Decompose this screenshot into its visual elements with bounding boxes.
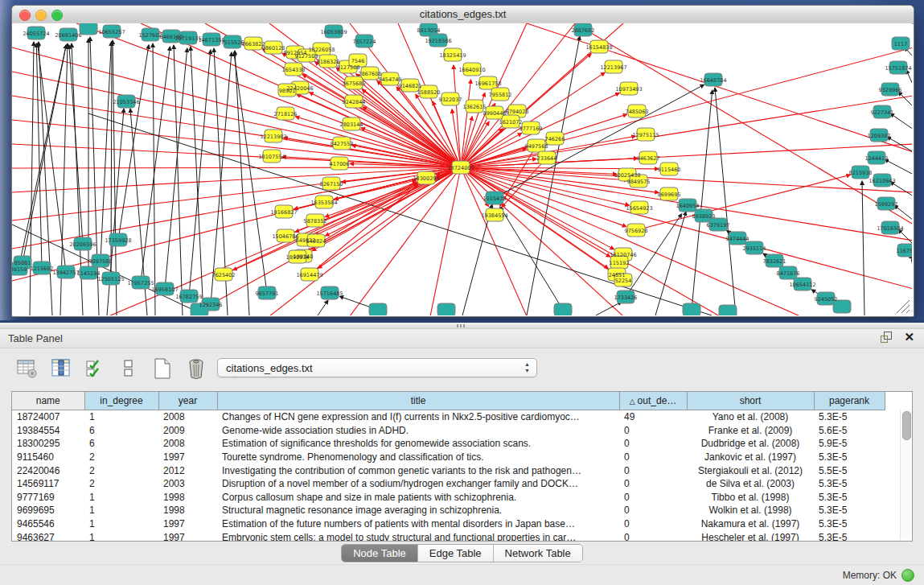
cell-outde[interactable]: 0	[619, 463, 687, 477]
graph-node[interactable]	[437, 303, 455, 315]
memory-status-icon[interactable]	[901, 569, 914, 582]
cell-short[interactable]: Jankovic et al. (1997)	[687, 451, 814, 464]
cell-indegree[interactable]: 6	[84, 424, 158, 438]
panel-divider[interactable]	[0, 323, 924, 329]
cell-indegree[interactable]: 1	[84, 504, 158, 517]
column-header-indegree[interactable]: in_degree	[84, 392, 158, 410]
cell-indegree[interactable]: 2	[84, 463, 158, 477]
cell-title[interactable]: Changes of HCN gene expression and I(f) …	[217, 410, 619, 424]
cell-title[interactable]: Genome-wide association studies in ADHD.	[217, 424, 619, 438]
cell-name[interactable]: 14569117	[12, 477, 84, 491]
cell-pagerank[interactable]: 5.3E-5	[814, 530, 885, 542]
cell-name[interactable]: 9115460	[12, 451, 84, 464]
column-header-pagerank[interactable]: pagerank	[814, 392, 885, 410]
table-mode-icon[interactable]	[16, 356, 39, 381]
table-row[interactable]: 969969511998Structural magnetic resonanc…	[12, 504, 885, 517]
cell-short[interactable]: Yano et al. (2008)	[687, 410, 814, 424]
cell-title[interactable]: Embryonic stem cells: a model to study s…	[217, 530, 619, 542]
cell-outde[interactable]: 0	[619, 477, 687, 491]
table-row[interactable]: 1938455462009Genome-wide association stu…	[12, 424, 885, 438]
cell-pagerank[interactable]: 5.3E-5	[814, 451, 885, 464]
cell-year[interactable]: 1997	[158, 451, 217, 464]
table-scrollbar[interactable]	[900, 410, 911, 540]
new-column-icon[interactable]	[151, 356, 174, 381]
cell-name[interactable]: 19384554	[12, 424, 84, 438]
cell-short[interactable]: Tibbo et al. (1998)	[687, 491, 814, 505]
table-row[interactable]: 1830029562008Estimation of significance …	[12, 437, 885, 451]
cell-year[interactable]: 1998	[158, 491, 217, 505]
cell-year[interactable]: 2008	[158, 410, 217, 424]
cell-title[interactable]: Investigating the contribution of common…	[217, 463, 619, 477]
cell-indegree[interactable]: 2	[84, 477, 158, 491]
cell-title[interactable]: Estimation of the future numbers of pati…	[217, 517, 619, 531]
cell-outde[interactable]: 0	[619, 437, 687, 451]
network-view[interactable]: 2405572420691406106552571527602846616010…	[12, 23, 912, 315]
tab-node-table[interactable]: Node Table	[342, 545, 418, 562]
divider-grip-icon[interactable]	[457, 324, 466, 328]
network-window[interactable]: citations_edges.txt 24055724206914061065…	[11, 5, 914, 317]
table-row[interactable]: 946362711997Embryonic stem cells: a mode…	[12, 530, 885, 542]
cell-outde[interactable]: 0	[619, 504, 687, 517]
cell-pagerank[interactable]: 5.3E-5	[814, 410, 885, 424]
table-row[interactable]: 946554611997Estimation of the future num…	[12, 517, 885, 531]
cell-name[interactable]: 9465546	[12, 517, 84, 531]
table-row[interactable]: 977716911998Corpus callosum shape and si…	[12, 491, 885, 505]
cell-outde[interactable]: 49	[619, 410, 687, 424]
cell-outde[interactable]: 0	[619, 451, 687, 464]
cell-indegree[interactable]: 1	[84, 517, 158, 531]
graph-node[interactable]	[554, 303, 572, 315]
column-header-short[interactable]: short	[687, 392, 814, 410]
cell-outde[interactable]: 0	[619, 491, 687, 505]
cell-indegree[interactable]: 1	[84, 530, 158, 542]
cell-short[interactable]: de Silva et al. (2003)	[687, 477, 814, 491]
column-header-title[interactable]: title	[217, 392, 619, 410]
cell-name[interactable]: 9777169	[12, 491, 84, 505]
tab-edge-table[interactable]: Edge Table	[418, 545, 494, 562]
cell-name[interactable]: 18724007	[12, 410, 84, 424]
select-rows-icon[interactable]	[84, 356, 106, 381]
cell-year[interactable]: 1997	[158, 517, 217, 531]
graph-node[interactable]	[719, 305, 737, 315]
cell-short[interactable]: Wolkin et al. (1998)	[687, 504, 814, 517]
cell-short[interactable]: Franke et al. (2009)	[687, 424, 814, 438]
cell-short[interactable]: Nakamura et al. (1997)	[687, 517, 814, 531]
cell-short[interactable]: Dudbridge et al. (2008)	[687, 437, 814, 451]
cell-pagerank[interactable]: 5.3E-5	[814, 491, 885, 505]
scrollbar-thumb[interactable]	[902, 411, 911, 440]
cell-short[interactable]: Stergiakouli et al. (2012)	[687, 463, 814, 477]
cell-year[interactable]: 2003	[158, 477, 217, 491]
cell-pagerank[interactable]: 5.5E-5	[814, 463, 885, 477]
cell-indegree[interactable]: 6	[84, 437, 158, 451]
delete-column-icon[interactable]	[185, 356, 207, 381]
show-columns-icon[interactable]	[50, 356, 72, 381]
table-row[interactable]: 911546021997Tourette syndrome. Phenomeno…	[12, 451, 885, 464]
tab-network-table[interactable]: Network Table	[494, 545, 582, 562]
column-header-outde[interactable]: △out_de…	[619, 392, 687, 410]
column-header-year[interactable]: year	[158, 392, 217, 410]
cell-short[interactable]: Hescheler et al. (1997)	[687, 530, 814, 542]
cell-name[interactable]: 22420046	[12, 463, 84, 477]
cell-year[interactable]: 2009	[158, 424, 217, 438]
cell-pagerank[interactable]: 5.3E-5	[814, 477, 885, 491]
cell-outde[interactable]: 0	[619, 424, 687, 438]
cell-title[interactable]: Corpus callosum shape and size in male p…	[217, 491, 619, 505]
cell-title[interactable]: Tourette syndrome. Phenomenology and cla…	[217, 451, 619, 464]
cell-pagerank[interactable]: 5.9E-5	[814, 437, 885, 451]
cell-indegree[interactable]: 1	[84, 491, 158, 505]
table-row[interactable]: 2242004622012Investigating the contribut…	[12, 463, 885, 477]
cell-indegree[interactable]: 1	[84, 410, 158, 424]
cell-name[interactable]: 18300295	[12, 437, 84, 451]
clear-selection-icon[interactable]	[117, 356, 140, 381]
graph-node[interactable]	[80, 23, 97, 35]
cell-outde[interactable]: 0	[619, 530, 687, 542]
cell-pagerank[interactable]: 5.3E-5	[814, 517, 885, 531]
cell-year[interactable]: 1997	[158, 530, 217, 542]
cell-indegree[interactable]: 2	[84, 451, 158, 464]
cell-year[interactable]: 1998	[158, 504, 217, 517]
cell-year[interactable]: 2012	[158, 463, 217, 477]
table-selector[interactable]: citations_edges.txt ▲▼	[217, 358, 537, 377]
cell-title[interactable]: Estimation of significance thresholds fo…	[217, 437, 619, 451]
graph-node[interactable]	[683, 303, 700, 315]
cell-name[interactable]: 9699695	[12, 504, 84, 517]
table-row[interactable]: 1872400712008Changes of HCN gene express…	[12, 410, 885, 424]
